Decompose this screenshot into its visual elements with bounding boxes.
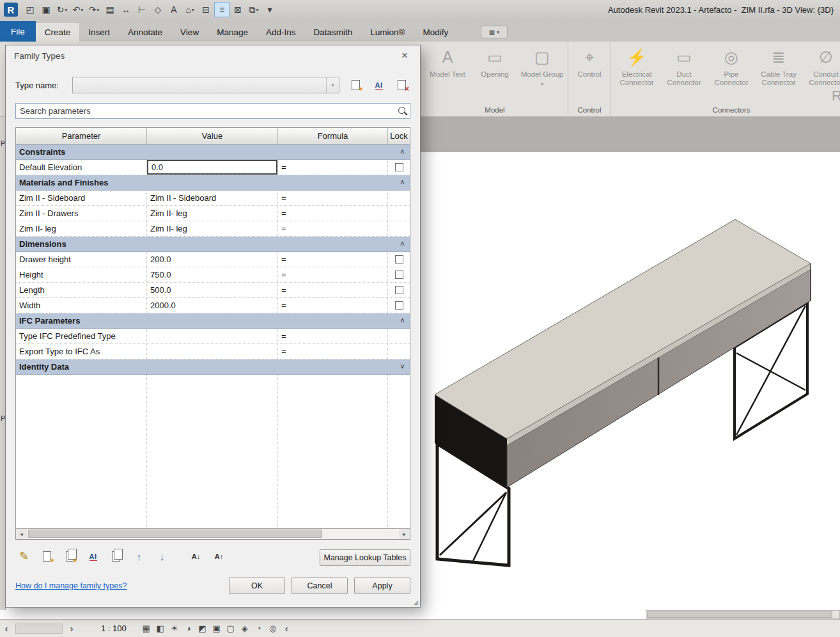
default-3d-view-icon[interactable]: ⌂▾ [182, 2, 198, 17]
search-icon[interactable] [396, 104, 410, 118]
formula-cell[interactable]: = [278, 252, 388, 267]
tab-insert[interactable]: Insert [79, 23, 119, 42]
dialog-titlebar[interactable]: Family Types × [6, 45, 420, 66]
section-header-materials-and-finishes[interactable]: Materials and Finishes˄ [16, 175, 410, 191]
parameter-value-cell[interactable]: Zim II - Sideboard [147, 191, 278, 205]
switch-windows-icon[interactable]: ⧉▾ [246, 2, 261, 17]
new-type-icon[interactable] [347, 77, 364, 93]
lock-checkbox[interactable] [395, 301, 403, 310]
formula-cell[interactable]: = [278, 267, 388, 282]
nav-forward-icon[interactable]: › [65, 623, 78, 634]
value-input[interactable]: 0.0 [147, 160, 277, 175]
parameter-value-cell[interactable]: 500.0 [147, 283, 278, 297]
thin-lines-icon[interactable]: ≡ [214, 2, 229, 17]
column-header-value[interactable]: Value [147, 128, 278, 144]
tab-file[interactable]: File [0, 21, 36, 42]
section-header-identity-data[interactable]: Identity Data˅ [16, 359, 410, 375]
tab-add-ins[interactable]: Add-Ins [257, 23, 305, 42]
move-parameter-down-icon[interactable]: ↓ [153, 548, 171, 565]
text-icon[interactable]: A [166, 2, 182, 17]
search-parameters-input[interactable] [16, 106, 396, 116]
ribbon-button-conduit-connector[interactable]: ∅Conduit Connector [802, 43, 840, 87]
customize-quick-access-icon[interactable]: ▾ [262, 2, 277, 17]
undo-icon[interactable]: ↶▾ [70, 2, 86, 17]
ribbon-button-model-group[interactable]: ▢Model Group ▾ [518, 43, 566, 88]
tab-create[interactable]: Create [36, 23, 80, 42]
section-header-dimensions[interactable]: Dimensions˄ [16, 237, 410, 252]
formula-cell[interactable]: = [278, 344, 388, 359]
cancel-button[interactable]: Cancel [292, 578, 348, 594]
render-icon[interactable]: ◩ [197, 623, 208, 634]
formula-cell[interactable]: = [278, 298, 388, 313]
save-icon[interactable]: ▣ [38, 2, 54, 17]
lock-checkbox[interactable] [395, 255, 403, 263]
section-header-constraints[interactable]: Constraints˄ [16, 145, 410, 160]
tab-view[interactable]: View [171, 23, 208, 42]
chevron-up-icon[interactable]: ˄ [400, 317, 405, 326]
sideboard-3d-model[interactable] [422, 211, 818, 576]
resize-grip[interactable]: ◢ [413, 599, 418, 606]
close-icon[interactable]: × [398, 49, 412, 62]
parameter-value-cell[interactable] [147, 329, 278, 343]
ribbon-button-control[interactable]: ⌖Control [570, 43, 609, 79]
column-header-lock[interactable]: Lock [388, 128, 410, 144]
parameter-value-cell[interactable]: Zim II- leg [147, 221, 278, 236]
type-name-combobox[interactable]: ▾ [72, 77, 339, 93]
section-header-ifc-parameters[interactable]: IFC Parameters˄ [16, 313, 410, 329]
column-header-formula[interactable]: Formula [278, 128, 388, 144]
chevron-up-icon[interactable]: ˄ [400, 240, 405, 249]
ok-button[interactable]: OK [229, 578, 285, 594]
sync-with-central-icon[interactable]: ↻▾ [54, 2, 70, 17]
formula-cell[interactable]: = [278, 283, 388, 297]
panel-display-toggle[interactable]: ▦ ▾ [481, 26, 508, 38]
revit-logo[interactable]: R [4, 3, 18, 17]
parameter-value-cell[interactable]: 2000.0 [147, 298, 278, 313]
tab-lumion[interactable]: Lumion® [361, 23, 414, 42]
move-parameter-up-icon[interactable]: ↑ [130, 548, 148, 565]
formula-cell[interactable]: = [278, 191, 388, 205]
rename-parameter-icon[interactable]: AI [84, 548, 102, 565]
shadows-icon[interactable]: ◑ [183, 623, 194, 634]
manage-lookup-tables-button[interactable]: Manage Lookup Tables [320, 549, 410, 566]
ribbon-button-pipe-connector[interactable]: ◎Pipe Connector [708, 43, 755, 87]
ribbon-button-clipped[interactable]: R [832, 88, 840, 113]
reveal-hidden-icon[interactable]: ◎ [267, 623, 279, 634]
new-parameter-icon[interactable] [38, 548, 56, 565]
lock-checkbox[interactable] [395, 286, 403, 294]
locked-view-icon[interactable]: ◈ [239, 623, 251, 634]
ribbon-button-cable-tray-connector[interactable]: ≣Cable Tray Connector [755, 43, 802, 87]
ribbon-button-duct-connector[interactable]: ▭Duct Connector [660, 43, 708, 87]
canvas-horizontal-scrollbar[interactable] [646, 610, 840, 619]
parameter-value-cell[interactable] [147, 344, 278, 359]
formula-cell[interactable]: = [278, 329, 388, 343]
tag-by-category-icon[interactable]: ◇ [150, 2, 166, 17]
parameter-value-cell[interactable]: Zim II- leg [147, 206, 278, 221]
section-icon[interactable]: ⊟ [198, 2, 214, 17]
formula-cell[interactable]: = [278, 160, 388, 175]
formula-cell[interactable]: = [278, 206, 388, 221]
scroll-left-icon[interactable]: ◂ [16, 529, 27, 539]
measure-icon[interactable]: ↔ [118, 2, 134, 17]
copy-parameter-icon[interactable] [107, 548, 125, 565]
tab-manage[interactable]: Manage [208, 23, 257, 42]
tab-datasmith[interactable]: Datasmith [304, 23, 361, 42]
nav-back-icon[interactable]: ‹ [0, 623, 13, 634]
table-horizontal-scrollbar[interactable]: ◂ ▸ [16, 528, 410, 539]
ribbon-button-model-text[interactable]: AModel Text [424, 43, 471, 79]
help-link[interactable]: How do I manage family types? [15, 581, 127, 590]
redo-icon[interactable]: ↷▾ [86, 2, 102, 17]
close-hidden-windows-icon[interactable]: ⊠ [230, 2, 245, 17]
scroll-thumb[interactable] [28, 530, 322, 538]
duplicate-parameter-icon[interactable] [61, 548, 79, 565]
column-header-parameter[interactable]: Parameter [16, 128, 147, 144]
chevron-up-icon[interactable]: ˄ [400, 178, 405, 187]
sort-descending-icon[interactable]: A↑ [210, 548, 228, 565]
parameter-value-cell[interactable]: 750.0 [147, 267, 278, 282]
open-file-icon[interactable]: ◰ [22, 2, 38, 17]
lock-checkbox[interactable] [395, 163, 403, 171]
sort-ascending-icon[interactable]: A↓ [187, 548, 205, 565]
ribbon-button-opening[interactable]: ▭Opening [471, 43, 518, 79]
canvas-scroll-thumb[interactable] [647, 611, 832, 618]
print-icon[interactable]: ▤ [102, 2, 118, 17]
chevron-up-icon[interactable]: ˄ [400, 148, 405, 157]
